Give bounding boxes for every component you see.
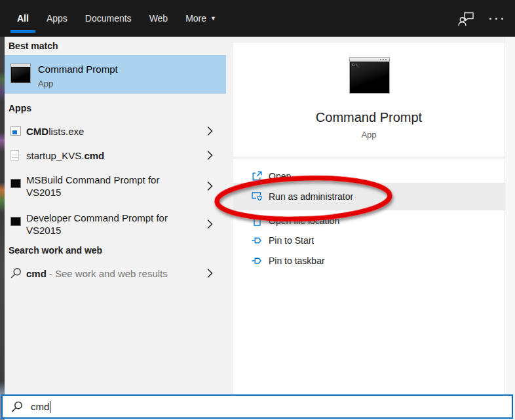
tab-apps[interactable]: Apps <box>40 0 74 37</box>
run-as-administrator-shield-icon <box>252 191 263 202</box>
command-prompt-icon <box>10 64 31 83</box>
line2: VS2015 <box>26 187 61 198</box>
results-panel: Best match Command Prompt App Apps CMDli… <box>5 37 226 394</box>
search-icon <box>11 401 23 413</box>
result-startup-kvs-cmd[interactable]: startup_KVS.cmd <box>5 145 226 165</box>
tab-documents[interactable]: Documents <box>79 0 138 37</box>
open-icon <box>252 171 262 181</box>
topbar-actions <box>458 0 503 37</box>
document-icon <box>10 150 19 161</box>
action-pin-to-taskbar[interactable]: Pin to taskbar <box>233 253 505 269</box>
active-tab-underline <box>10 30 35 33</box>
match-text: cmd <box>26 268 47 279</box>
pin-icon <box>252 256 262 266</box>
chevron-right-icon[interactable] <box>207 181 213 191</box>
action-label: Run as administrator <box>269 191 353 202</box>
result-cmdlists-exe[interactable]: CMDlists.exe <box>5 121 226 141</box>
action-label: Open <box>269 171 291 181</box>
rest-text: startup_KVS. <box>26 149 84 161</box>
best-match-subtitle: App <box>38 79 53 88</box>
search-icon <box>10 268 22 279</box>
line1: MSBuild Command Prompt for <box>26 174 159 185</box>
result-msbuild-command-prompt[interactable]: MSBuild Command Prompt for VS2015 <box>5 170 226 202</box>
search-filter-bar: All Apps Documents Web More ▼ <box>0 0 515 37</box>
action-open-file-location[interactable]: Open file location <box>233 213 505 229</box>
chevron-right-icon[interactable] <box>207 150 213 160</box>
result-web-search-cmd[interactable]: cmd- See work and web results <box>5 262 226 284</box>
text-cursor <box>50 401 50 413</box>
line1: Developer Command Prompt for <box>26 212 168 223</box>
search-web-header: Search work and web <box>9 245 102 256</box>
chevron-down-icon: ▼ <box>210 15 216 22</box>
preview-app-subtitle: App <box>233 130 505 140</box>
action-label: Pin to Start <box>269 235 314 246</box>
app-window-icon <box>10 126 21 136</box>
feedback-icon[interactable] <box>458 10 475 27</box>
match-text: CMD <box>26 125 48 136</box>
result-label: cmd- See work and web results <box>26 267 168 280</box>
file-location-icon <box>252 216 262 227</box>
terminal-prompt-glyph: C:\_ <box>352 63 360 67</box>
tab-more[interactable]: More ▼ <box>179 0 223 37</box>
result-label: startup_KVS.cmd <box>26 149 104 161</box>
action-open[interactable]: Open <box>233 168 505 184</box>
tab-web[interactable]: Web <box>143 0 175 37</box>
search-input[interactable]: cmd <box>1 394 513 419</box>
command-prompt-large-icon: C:\_ <box>349 57 390 94</box>
filter-tabs: All Apps Documents Web More ▼ <box>0 0 223 37</box>
result-label: CMDlists.exe <box>26 124 84 137</box>
more-options-icon[interactable] <box>489 18 503 20</box>
rest-text: - See work and web results <box>49 268 168 279</box>
search-query-text: cmd <box>31 401 49 412</box>
apps-header: Apps <box>9 103 31 113</box>
pin-icon <box>252 235 262 246</box>
panel-right-gutter <box>505 37 515 394</box>
chevron-right-icon[interactable] <box>207 126 213 136</box>
terminal-icon <box>10 179 21 188</box>
action-run-as-administrator[interactable]: Run as administrator <box>233 183 505 210</box>
desktop-edge-sliver <box>0 37 5 420</box>
tab-documents-label: Documents <box>85 13 132 24</box>
tab-all-label: All <box>17 13 29 24</box>
preview-app-title: Command Prompt <box>233 110 505 125</box>
chevron-right-icon[interactable] <box>207 220 213 229</box>
preview-panel-actions: Open Run as administrator Open file loca… <box>233 159 505 394</box>
tab-more-label: More <box>185 13 206 24</box>
chevron-right-icon[interactable] <box>207 269 213 278</box>
rest-text: lists.exe <box>48 125 84 136</box>
line2: VS2015 <box>26 225 61 236</box>
action-label: Open file location <box>269 216 339 226</box>
action-label: Pin to taskbar <box>269 256 325 266</box>
result-label: MSBuild Command Prompt for VS2015 <box>26 174 190 199</box>
result-label: Developer Command Prompt for VS2015 <box>26 212 190 237</box>
tab-all[interactable]: All <box>10 0 35 37</box>
match-text: cmd <box>84 149 104 161</box>
best-match-header: Best match <box>9 41 58 51</box>
tab-apps-label: Apps <box>47 13 67 24</box>
best-match-result-command-prompt[interactable]: Command Prompt App <box>5 55 226 94</box>
result-developer-command-prompt[interactable]: Developer Command Prompt for VS2015 <box>5 208 226 240</box>
best-match-title: Command Prompt <box>38 64 118 75</box>
preview-panel-header: C:\_ Command Prompt App <box>233 43 505 157</box>
terminal-icon <box>10 217 21 226</box>
tab-web-label: Web <box>149 13 168 24</box>
action-pin-to-start[interactable]: Pin to Start <box>233 233 505 248</box>
